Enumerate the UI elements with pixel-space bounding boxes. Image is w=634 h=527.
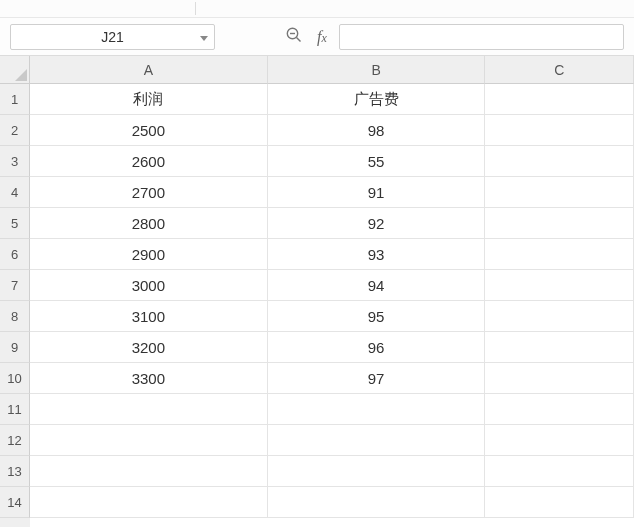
row-header[interactable]: 6 (0, 239, 30, 270)
row-header[interactable]: 1 (0, 84, 30, 115)
cell[interactable] (268, 487, 486, 518)
cell[interactable] (485, 487, 634, 518)
chevron-down-icon[interactable] (200, 29, 208, 45)
cell[interactable] (485, 208, 634, 239)
cell[interactable]: 2800 (30, 208, 268, 239)
cell[interactable]: 2600 (30, 146, 268, 177)
formula-input[interactable] (339, 24, 624, 50)
cell[interactable]: 广告费 (268, 84, 486, 115)
cell[interactable] (485, 332, 634, 363)
cell[interactable] (485, 270, 634, 301)
zoom-icon[interactable] (285, 26, 303, 48)
cell[interactable]: 98 (268, 115, 486, 146)
row-header[interactable]: 7 (0, 270, 30, 301)
cell[interactable]: 2500 (30, 115, 268, 146)
cell[interactable]: 3300 (30, 363, 268, 394)
svg-line-1 (297, 37, 301, 41)
column-header-row: A B C (30, 56, 634, 84)
cell[interactable] (485, 394, 634, 425)
name-box-value: J21 (101, 29, 124, 45)
cell[interactable] (485, 146, 634, 177)
cell[interactable]: 96 (268, 332, 486, 363)
fx-icon[interactable]: fx (317, 28, 327, 46)
cell[interactable] (485, 115, 634, 146)
toolbar-divider (195, 2, 196, 15)
cell[interactable] (30, 487, 268, 518)
cell[interactable]: 92 (268, 208, 486, 239)
cell[interactable] (30, 456, 268, 487)
table-row (30, 394, 634, 425)
table-row: 260055 (30, 146, 634, 177)
row-header[interactable]: 2 (0, 115, 30, 146)
table-row: 290093 (30, 239, 634, 270)
table-row: 310095 (30, 301, 634, 332)
cell[interactable]: 利润 (30, 84, 268, 115)
cell[interactable]: 3200 (30, 332, 268, 363)
table-row: 300094 (30, 270, 634, 301)
table-row: 270091 (30, 177, 634, 208)
row-header-gutter: 1234567891011121314 (0, 56, 30, 527)
cell[interactable]: 93 (268, 239, 486, 270)
cell[interactable]: 2700 (30, 177, 268, 208)
cell[interactable] (485, 239, 634, 270)
column-header-C[interactable]: C (485, 56, 634, 84)
cell[interactable] (30, 394, 268, 425)
formula-bar: J21 fx (0, 18, 634, 56)
cell[interactable] (485, 363, 634, 394)
cell[interactable] (268, 425, 486, 456)
table-row: 320096 (30, 332, 634, 363)
row-header[interactable]: 8 (0, 301, 30, 332)
column-header-A[interactable]: A (30, 56, 268, 84)
cell[interactable]: 91 (268, 177, 486, 208)
select-all-corner[interactable] (0, 56, 30, 84)
row-header[interactable]: 11 (0, 394, 30, 425)
row-header[interactable]: 3 (0, 146, 30, 177)
row-header[interactable]: 14 (0, 487, 30, 518)
cell[interactable]: 97 (268, 363, 486, 394)
cell[interactable] (485, 456, 634, 487)
formula-bar-icons: fx (285, 26, 327, 48)
row-header[interactable]: 4 (0, 177, 30, 208)
row-header[interactable]: 10 (0, 363, 30, 394)
cell[interactable] (485, 301, 634, 332)
table-row (30, 487, 634, 518)
cell[interactable]: 3100 (30, 301, 268, 332)
row-header[interactable]: 13 (0, 456, 30, 487)
cell[interactable]: 55 (268, 146, 486, 177)
row-header[interactable]: 12 (0, 425, 30, 456)
spreadsheet-grid: 1234567891011121314 A B C 利润广告费250098260… (0, 56, 634, 527)
table-row: 330097 (30, 363, 634, 394)
ribbon-strip (0, 0, 634, 18)
table-row: 利润广告费 (30, 84, 634, 115)
table-row: 250098 (30, 115, 634, 146)
cell[interactable]: 95 (268, 301, 486, 332)
cell[interactable] (485, 84, 634, 115)
cell[interactable]: 2900 (30, 239, 268, 270)
table-row (30, 456, 634, 487)
cell[interactable] (30, 425, 268, 456)
grid-body: A B C 利润广告费25009826005527009128009229009… (30, 56, 634, 527)
cell[interactable] (268, 456, 486, 487)
table-row: 280092 (30, 208, 634, 239)
cell[interactable] (485, 177, 634, 208)
name-box[interactable]: J21 (10, 24, 215, 50)
cell[interactable] (485, 425, 634, 456)
cell[interactable]: 94 (268, 270, 486, 301)
cell[interactable] (268, 394, 486, 425)
column-header-B[interactable]: B (268, 56, 486, 84)
row-header[interactable]: 5 (0, 208, 30, 239)
cell[interactable]: 3000 (30, 270, 268, 301)
table-row (30, 425, 634, 456)
row-header[interactable]: 9 (0, 332, 30, 363)
